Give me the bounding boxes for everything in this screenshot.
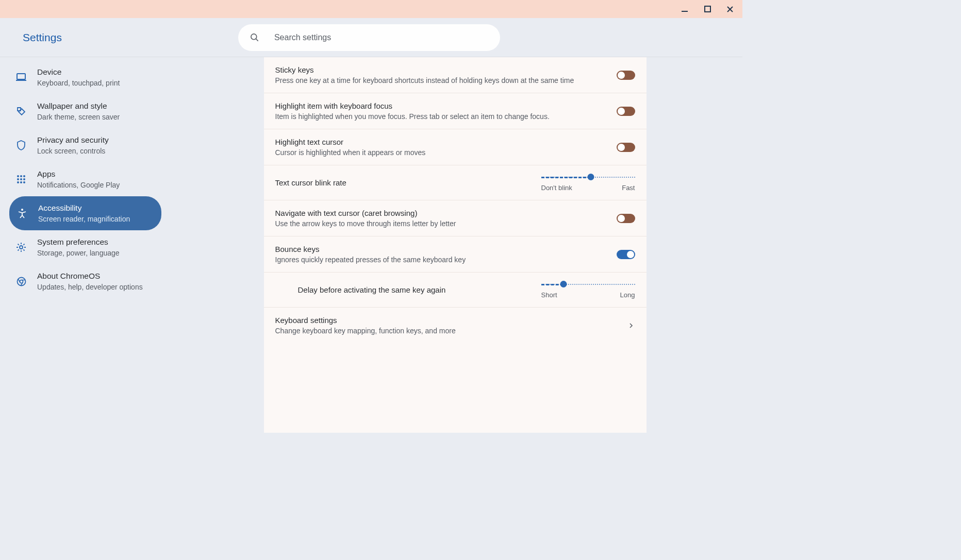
maximize-icon (704, 6, 711, 12)
svg-point-9 (20, 178, 22, 180)
apps-grid-icon (15, 174, 27, 185)
maximize-button[interactable] (701, 3, 714, 15)
toggle-sticky-keys[interactable] (617, 71, 635, 80)
svg-rect-4 (16, 80, 26, 81)
chevron-right-icon (627, 323, 635, 328)
slider-blink-rate[interactable] (541, 174, 635, 181)
svg-point-6 (20, 175, 22, 177)
close-button[interactable] (724, 3, 736, 15)
setting-bounce-keys[interactable]: Bounce keys Ignores quickly repeated pre… (264, 236, 647, 273)
sidebar-item-privacy[interactable]: Privacy and security Lock screen, contro… (0, 128, 157, 162)
slider-min-label: Don't blink (541, 184, 572, 192)
toggle-bounce-keys[interactable] (617, 250, 635, 259)
settings-panel: Sticky keys Press one key at a time for … (264, 57, 647, 433)
svg-point-11 (17, 181, 19, 183)
laptop-icon (15, 72, 27, 83)
toggle-caret-browsing[interactable] (617, 214, 635, 223)
svg-point-7 (23, 175, 25, 177)
setting-desc: Item is highlighted when you move focus.… (275, 112, 608, 121)
gear-icon (15, 242, 27, 253)
app-header: Settings (0, 18, 742, 57)
setting-title: Navigate with text cursor (caret browsin… (275, 209, 608, 217)
sidebar-item-label: System preferences (37, 237, 120, 247)
sidebar-item-device[interactable]: Device Keyboard, touchpad, print (0, 60, 157, 94)
svg-point-10 (23, 178, 25, 180)
svg-rect-1 (705, 6, 710, 12)
accessibility-icon (16, 208, 28, 219)
svg-point-14 (21, 209, 23, 211)
toggle-highlight-cursor[interactable] (617, 143, 635, 152)
sidebar-item-sub: Storage, power, language (37, 249, 120, 257)
slider-bounce-delay[interactable] (541, 281, 635, 288)
sidebar-item-label: Privacy and security (37, 135, 109, 145)
svg-point-5 (17, 175, 19, 177)
sidebar-item-label: Device (37, 67, 120, 77)
setting-desc: Cursor is highlighted when it appears or… (275, 148, 608, 157)
setting-title: Keyboard settings (275, 316, 619, 325)
setting-caret-browsing[interactable]: Navigate with text cursor (caret browsin… (264, 200, 647, 236)
svg-point-8 (17, 178, 19, 180)
svg-point-15 (20, 246, 23, 249)
slider-min-label: Short (541, 291, 557, 299)
setting-blink-rate: Text cursor blink rate Don't blink Fast (264, 165, 647, 200)
setting-keyboard-link[interactable]: Keyboard settings Change keyboard key ma… (264, 308, 647, 343)
setting-title: Sticky keys (275, 65, 608, 74)
svg-rect-0 (682, 11, 688, 12)
sidebar-item-sub: Updates, help, developer options (37, 283, 143, 291)
setting-desc: Press one key at a time for keyboard sho… (275, 76, 608, 84)
sidebar-item-about[interactable]: About ChromeOS Updates, help, developer … (0, 264, 157, 298)
search-wrap (62, 24, 676, 51)
slider-max-label: Long (620, 291, 635, 299)
sidebar-item-sub: Dark theme, screen saver (37, 113, 120, 121)
sidebar-item-sub: Screen reader, magnification (38, 215, 130, 223)
search-input[interactable] (274, 33, 489, 42)
setting-highlight-focus[interactable]: Highlight item with keyboard focus Item … (264, 93, 647, 129)
sidebar-item-label: Apps (37, 169, 120, 179)
setting-title: Text cursor blink rate (275, 178, 533, 187)
sidebar-item-sub: Keyboard, touchpad, print (37, 79, 120, 87)
svg-point-13 (23, 181, 25, 183)
setting-desc: Change keyboard key mapping, function ke… (275, 327, 619, 335)
search-box[interactable] (238, 24, 500, 51)
content-area: Sticky keys Press one key at a time for … (168, 57, 742, 433)
setting-title: Highlight text cursor (275, 138, 608, 146)
app-title: Settings (23, 31, 62, 44)
window-titlebar (0, 0, 742, 18)
sidebar-item-label: Accessibility (38, 203, 130, 213)
shield-icon (15, 140, 27, 151)
setting-desc: Ignores quickly repeated presses of the … (275, 256, 608, 264)
setting-desc: Use the arrow keys to move through items… (275, 219, 608, 228)
setting-sticky-keys[interactable]: Sticky keys Press one key at a time for … (264, 57, 647, 93)
svg-point-2 (251, 33, 257, 39)
sidebar-item-sub: Lock screen, controls (37, 147, 109, 155)
toggle-highlight-focus[interactable] (617, 107, 635, 116)
close-icon (726, 6, 734, 13)
svg-rect-3 (17, 74, 25, 79)
setting-title: Delay before activating the same key aga… (298, 285, 533, 294)
setting-bounce-delay: Delay before activating the same key aga… (264, 273, 647, 308)
chrome-icon (15, 276, 27, 287)
body-area: Device Keyboard, touchpad, print Wallpap… (0, 57, 742, 433)
slider-max-label: Fast (622, 184, 635, 192)
sidebar-item-wallpaper[interactable]: Wallpaper and style Dark theme, screen s… (0, 94, 157, 128)
setting-title: Highlight item with keyboard focus (275, 101, 608, 110)
setting-highlight-cursor[interactable]: Highlight text cursor Cursor is highligh… (264, 129, 647, 165)
minimize-icon (681, 6, 688, 13)
style-icon (15, 106, 27, 117)
minimize-button[interactable] (678, 3, 691, 15)
svg-point-12 (20, 181, 22, 183)
sidebar-item-sub: Notifications, Google Play (37, 181, 120, 189)
sidebar: Device Keyboard, touchpad, print Wallpap… (0, 57, 168, 433)
sidebar-item-system[interactable]: System preferences Storage, power, langu… (0, 230, 157, 264)
sidebar-item-label: About ChromeOS (37, 271, 143, 281)
setting-title: Bounce keys (275, 245, 608, 253)
sidebar-item-label: Wallpaper and style (37, 101, 120, 111)
sidebar-item-accessibility[interactable]: Accessibility Screen reader, magnificati… (9, 196, 161, 230)
sidebar-item-apps[interactable]: Apps Notifications, Google Play (0, 162, 157, 196)
search-icon (250, 32, 260, 43)
